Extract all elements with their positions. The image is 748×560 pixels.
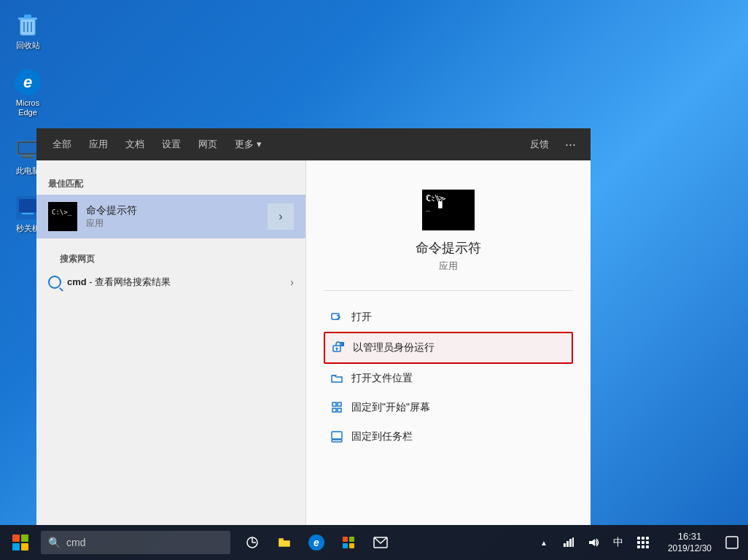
svg-rect-16 bbox=[337, 349, 338, 351]
svg-rect-38 bbox=[572, 537, 574, 547]
feedback-button[interactable]: 反馈 bbox=[523, 133, 556, 155]
preview-app-type: 应用 bbox=[439, 260, 458, 273]
action-open-location[interactable]: 打开文件位置 bbox=[324, 364, 573, 393]
best-match-title: 最佳匹配 bbox=[36, 172, 305, 195]
svg-rect-23 bbox=[338, 408, 341, 412]
svg-rect-37 bbox=[569, 539, 572, 547]
notification-button[interactable] bbox=[719, 525, 745, 560]
tray-chevron-up[interactable]: ▲ bbox=[532, 531, 556, 554]
taskbar-search-text: cmd bbox=[66, 537, 85, 548]
mail-button[interactable] bbox=[365, 525, 397, 560]
svg-rect-20 bbox=[332, 402, 336, 406]
left-panel: 最佳匹配 C:\>_ 命令提示符 应用 › 搜索网页 bbox=[36, 160, 306, 525]
search-web-item[interactable]: cmd - 查看网络搜索结果 › bbox=[48, 270, 294, 295]
open-label: 打开 bbox=[351, 311, 372, 324]
svg-rect-9 bbox=[21, 157, 34, 158]
task-view-button[interactable] bbox=[236, 525, 268, 560]
tab-docs[interactable]: 文档 bbox=[118, 133, 152, 155]
menu-content: 最佳匹配 C:\>_ 命令提示符 应用 › 搜索网页 bbox=[36, 160, 591, 525]
run-as-admin-label: 以管理员身份运行 bbox=[353, 341, 435, 354]
pin-taskbar-label: 固定到任务栏 bbox=[351, 430, 413, 443]
system-clock[interactable]: 16:31 2019/12/30 bbox=[661, 531, 719, 554]
tray-network-icon[interactable] bbox=[557, 531, 580, 554]
svg-rect-24 bbox=[332, 432, 342, 439]
taskbar-actions: e bbox=[236, 525, 397, 560]
svg-rect-36 bbox=[566, 541, 569, 547]
folder-icon bbox=[330, 371, 344, 386]
start-button[interactable] bbox=[3, 525, 38, 560]
windows-logo bbox=[12, 534, 28, 551]
taskbar: 🔍 cmd e bbox=[0, 525, 748, 560]
svg-marker-39 bbox=[589, 539, 595, 546]
best-match-name: 命令提示符 bbox=[86, 204, 268, 217]
search-query: cmd bbox=[67, 276, 87, 287]
best-match-type: 应用 bbox=[86, 217, 268, 230]
open-icon bbox=[330, 310, 344, 324]
tab-all[interactable]: 全部 bbox=[45, 133, 79, 155]
tray-ime-icon[interactable]: 中 bbox=[607, 531, 630, 554]
svg-rect-12 bbox=[22, 213, 34, 214]
svg-rect-29 bbox=[279, 538, 284, 540]
file-explorer-button[interactable] bbox=[268, 525, 300, 560]
recycle-bin-icon[interactable]: 回收站 bbox=[6, 7, 50, 53]
action-pin-start[interactable]: 固定到"开始"屏幕 bbox=[324, 393, 573, 422]
recycle-bin-label: 回收站 bbox=[16, 41, 40, 50]
clock-date: 2019/12/30 bbox=[668, 543, 712, 555]
svg-rect-30 bbox=[343, 537, 348, 542]
open-location-label: 打开文件位置 bbox=[351, 372, 413, 385]
best-match-arrow[interactable]: › bbox=[268, 203, 294, 230]
best-match-text: 命令提示符 应用 bbox=[86, 204, 268, 230]
taskbar-search-icon: 🔍 bbox=[48, 537, 61, 548]
search-web-chevron: › bbox=[290, 276, 294, 288]
svg-rect-32 bbox=[343, 543, 348, 548]
action-run-as-admin[interactable]: ! 以管理员身份运行 bbox=[324, 332, 573, 364]
svg-rect-35 bbox=[564, 543, 566, 547]
more-options-button[interactable]: ··· bbox=[559, 134, 582, 155]
grid-dots bbox=[637, 537, 649, 548]
admin-icon: ! bbox=[331, 341, 346, 355]
edge-icon[interactable]: e MicrosEdge bbox=[6, 65, 50, 120]
pin-taskbar-icon bbox=[330, 429, 344, 444]
svg-rect-40 bbox=[726, 537, 738, 548]
action-list: 打开 ! 以管理员身份运行 bbox=[324, 303, 573, 451]
system-tray: ▲ 中 bbox=[526, 531, 661, 554]
search-circle-icon bbox=[48, 276, 61, 289]
edge-img: e bbox=[13, 68, 42, 97]
tab-more[interactable]: 更多 ▾ bbox=[227, 133, 269, 155]
search-tabs: 全部 应用 文档 设置 网页 更多 ▾ 反馈 ··· bbox=[36, 128, 591, 160]
tray-volume-icon[interactable] bbox=[582, 531, 605, 554]
edge-label: MicrosEdge bbox=[16, 98, 39, 117]
svg-rect-7 bbox=[19, 143, 36, 153]
svg-rect-19 bbox=[332, 375, 337, 376]
cmd-preview-icon: C:\> _ bbox=[422, 190, 475, 230]
svg-text:!: ! bbox=[340, 343, 341, 347]
recycle-bin-img bbox=[13, 10, 42, 39]
clock-time: 16:31 bbox=[678, 531, 702, 543]
best-match-item[interactable]: C:\>_ 命令提示符 应用 › bbox=[36, 195, 305, 238]
pin-start-label: 固定到"开始"屏幕 bbox=[351, 401, 430, 414]
search-web-title: 搜索网页 bbox=[48, 247, 294, 270]
action-open[interactable]: 打开 bbox=[324, 303, 573, 332]
svg-rect-2 bbox=[24, 15, 31, 18]
tab-settings[interactable]: 设置 bbox=[155, 133, 188, 155]
svg-rect-33 bbox=[349, 543, 354, 548]
taskbar-search-bar[interactable]: 🔍 cmd bbox=[41, 531, 230, 554]
store-button[interactable] bbox=[332, 525, 365, 560]
start-menu: 全部 应用 文档 设置 网页 更多 ▾ 反馈 ··· 最佳匹配 C:\>_ 命令… bbox=[36, 128, 591, 525]
search-suffix: - 查看网络搜索结果 bbox=[87, 276, 171, 287]
right-panel: C:\> _ 命令提示符 应用 打开 bbox=[306, 160, 591, 525]
preview-app-name: 命令提示符 bbox=[416, 239, 481, 257]
svg-rect-25 bbox=[332, 440, 342, 442]
cmd-app-icon: C:\>_ bbox=[48, 202, 77, 231]
tab-apps[interactable]: 应用 bbox=[82, 133, 115, 155]
search-web-section: 搜索网页 cmd - 查看网络搜索结果 › bbox=[36, 238, 305, 298]
action-pin-taskbar[interactable]: 固定到任务栏 bbox=[324, 422, 573, 451]
search-web-text: cmd - 查看网络搜索结果 bbox=[67, 276, 171, 289]
tray-grid-icon[interactable] bbox=[631, 531, 655, 554]
edge-taskbar-button[interactable]: e bbox=[300, 525, 332, 560]
svg-rect-11 bbox=[19, 199, 36, 212]
tab-web[interactable]: 网页 bbox=[191, 133, 225, 155]
svg-rect-31 bbox=[349, 537, 354, 542]
pin-start-icon bbox=[330, 400, 344, 415]
app-preview: C:\> _ 命令提示符 应用 bbox=[324, 175, 573, 291]
